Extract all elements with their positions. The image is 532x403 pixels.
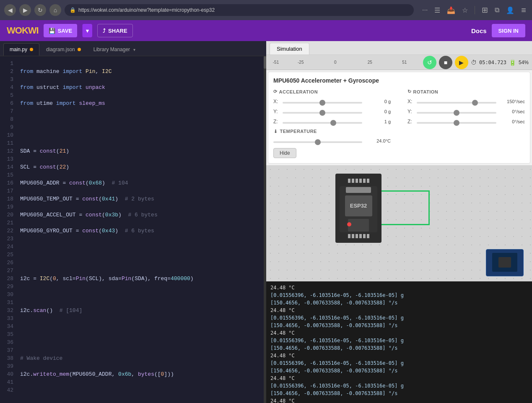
play-button[interactable]: ▶: [455, 56, 468, 69]
restart-button[interactable]: ↺: [423, 56, 436, 69]
tab-diagram-json[interactable]: diagram.json: [40, 43, 87, 56]
browser-right: ··· ☰ 📥 ☆ ⊞ ⧉ 👤 ≡: [420, 4, 528, 17]
pocket-button[interactable]: 📥: [445, 5, 457, 16]
console-line-15: [150.4656, -0.007633588, -0.007633588] °…: [270, 390, 528, 397]
tab-simulation[interactable]: Simulation: [270, 43, 309, 55]
accel-y-slider-container: [283, 108, 362, 115]
acceleration-col: ⟳ ACCELERATION X: 0 g Y:: [273, 89, 391, 158]
lock-icon: 🔒: [70, 7, 76, 13]
console-line-12: [150.4656, -0.007633588, -0.007633588] °…: [270, 367, 528, 374]
share-button[interactable]: ⤴ SHARE: [97, 24, 133, 37]
console-line-14: [0.01556396, -6.103516e-05, -6.103516e-0…: [270, 382, 528, 390]
accel-z-value: 1 g: [366, 119, 391, 124]
forward-button[interactable]: ▶: [19, 4, 31, 16]
rot-z-slider[interactable]: [417, 122, 496, 124]
esp32-label: ESP32: [350, 203, 367, 209]
rot-z-slider-container: [417, 118, 496, 125]
red-led: [347, 222, 351, 226]
accel-z-label: Z:: [273, 119, 279, 125]
rot-z-row: Z: 0°/sec: [407, 118, 525, 125]
code-content: from machine import Pin, I2C from ustruc…: [17, 56, 264, 403]
console-line-3: [150.4656, -0.007633588, -0.007633588] °…: [270, 299, 528, 307]
accel-z-slider[interactable]: [283, 122, 362, 124]
split-button[interactable]: ⧉: [493, 5, 501, 16]
console-line-9: [150.4656, -0.007633588, -0.007633588] °…: [270, 344, 528, 352]
sign-in-button[interactable]: SIGN IN: [492, 24, 525, 37]
docs-button[interactable]: Docs: [471, 27, 487, 34]
temp-value: 24.0°C: [366, 138, 391, 143]
accel-x-value: 0 g: [366, 99, 391, 104]
accel-y-label: Y:: [273, 109, 279, 114]
battery-icon: 🔋: [509, 59, 516, 66]
console-area: 24.48 °C [0.01556396, -6.103516e-05, -6.…: [266, 281, 532, 403]
esp32-chip: ESP32: [335, 174, 381, 243]
ruler-label-25: 25: [354, 60, 386, 65]
tab-main-py[interactable]: main.py: [3, 43, 39, 56]
accel-y-slider[interactable]: [283, 112, 362, 114]
save-dropdown-button[interactable]: ▾: [82, 24, 92, 37]
save-button[interactable]: 💾 SAVE: [44, 24, 77, 37]
editor-tabs: main.py diagram.json Library Manager ▾: [0, 41, 266, 56]
account-button[interactable]: 👤: [504, 5, 516, 16]
console-line-16: 24.48 °C: [270, 397, 528, 403]
hide-button[interactable]: Hide: [273, 148, 296, 158]
temp-title: 🌡 TEMPERATURE: [273, 129, 391, 134]
wire-2: [428, 190, 430, 224]
console-line-13: 24.48 °C: [270, 374, 528, 382]
sensor-panel: MPU6050 Accelerometer + Gyroscope ⟳ ACCE…: [268, 72, 530, 164]
rotation-icon: ↻: [407, 89, 412, 94]
menu-button[interactable]: ≡: [519, 4, 528, 17]
circuit-area[interactable]: ESP32: [266, 165, 532, 281]
ruler-label-neg51: -51: [270, 60, 282, 65]
tab-main-py-label: main.py: [10, 47, 27, 52]
esp32-antenna: [346, 187, 371, 193]
console-line-2: [0.01556396, -6.103516e-05, -6.103516e-0…: [270, 291, 528, 299]
acceleration-icon: ⟳: [273, 89, 278, 94]
accel-y-row: Y: 0 g: [273, 108, 391, 115]
accel-x-label: X:: [273, 99, 279, 104]
accel-x-slider[interactable]: [283, 102, 362, 104]
bookmark-button[interactable]: ☆: [460, 5, 470, 16]
temp-slider[interactable]: [273, 141, 362, 143]
timer-icon: ⏱: [471, 59, 477, 66]
rot-y-row: Y: 0°/sec: [407, 108, 525, 115]
accel-z-row: Z: 1 g: [273, 118, 391, 125]
console-line-5: [0.01556396, -6.103516e-05, -6.103516e-0…: [270, 314, 528, 322]
rot-x-label: X:: [407, 99, 413, 104]
more-button[interactable]: ···: [420, 5, 429, 16]
line-numbers: 12345 678910 1112131415 1617181920 21222…: [0, 56, 17, 403]
rot-z-value: 0°/sec: [500, 119, 525, 124]
code-editor[interactable]: 12345 678910 1112131415 1617181920 21222…: [0, 56, 266, 403]
save-label: SAVE: [58, 28, 72, 34]
rot-x-row: X: 150°/sec: [407, 98, 525, 105]
rotation-title: ↻ ROTATION: [407, 89, 525, 94]
rot-y-slider[interactable]: [417, 112, 496, 114]
code-panel: main.py diagram.json Library Manager ▾ 1…: [0, 41, 266, 403]
battery-display: 54%: [519, 60, 529, 65]
home-button[interactable]: ⌂: [49, 4, 61, 16]
rotation-col: ↻ ROTATION X: 150°/sec Y:: [407, 89, 525, 158]
accel-z-slider-container: [283, 118, 362, 125]
console-line-8: [0.01556396, -6.103516e-05, -6.103516e-0…: [270, 337, 528, 344]
console-line-6: [150.4656, -0.007633588, -0.007633588] °…: [270, 322, 528, 329]
reader-button[interactable]: ☰: [433, 5, 442, 16]
address-bar[interactable]: 🔒 https://wokwi.com/arduino/new?template…: [65, 4, 414, 16]
sim-tabs: Simulation: [266, 41, 532, 55]
temp-slider-container: [273, 137, 362, 145]
sim-controls-bar: -51 -25 0 25 51 ↺ ■ ▶ ⏱ 05:04.723 🔋 54%: [266, 55, 532, 70]
tab-library-manager[interactable]: Library Manager ▾: [88, 43, 141, 56]
wire-1: [379, 190, 430, 192]
app-header: WOKWI 💾 SAVE ▾ ⤴ SHARE Docs SIGN IN: [0, 20, 532, 41]
ruler-label-neg25: -25: [285, 60, 317, 65]
rot-x-slider[interactable]: [417, 102, 496, 104]
esp32-bottom-pins: [348, 234, 369, 238]
share-icon: ⤴: [103, 28, 106, 34]
extensions-button[interactable]: ⊞: [480, 4, 490, 16]
back-button[interactable]: ◀: [4, 4, 16, 16]
temp-section: 🌡 TEMPERATURE 24.0°C: [273, 129, 391, 145]
stop-button[interactable]: ■: [439, 56, 452, 69]
reload-button[interactable]: ↻: [34, 4, 46, 16]
sensor-title: MPU6050 Accelerometer + Gyroscope: [273, 77, 525, 84]
console-line-10: 24.48 °C: [270, 352, 528, 359]
rot-x-slider-container: [417, 98, 496, 105]
